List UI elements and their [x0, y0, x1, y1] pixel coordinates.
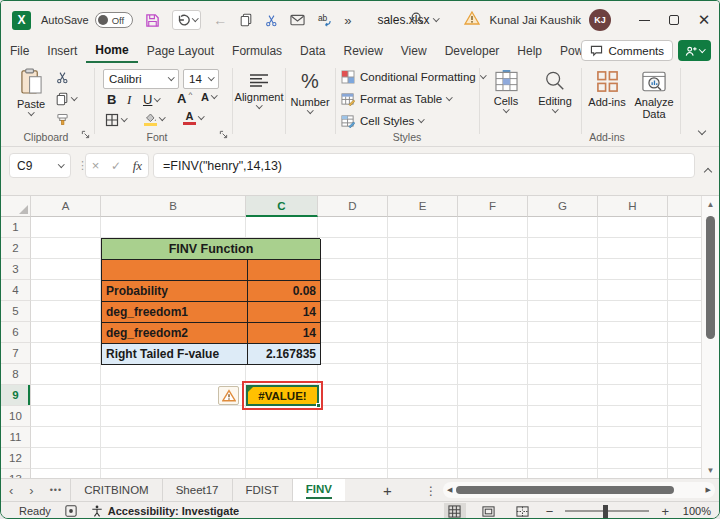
comments-button[interactable]: Comments [581, 40, 673, 61]
table-value-cell[interactable]: 14 [248, 323, 321, 344]
zoom-in-button[interactable]: + [661, 504, 669, 519]
all-sheets-button[interactable]: ••• [42, 479, 70, 501]
accessibility-button[interactable]: Accessibility: Investigate [91, 505, 239, 517]
error-options-button[interactable] [218, 386, 239, 405]
insert-function-button[interactable]: fx [133, 158, 142, 174]
sheet-tab-sheet17[interactable]: Sheet17 [162, 479, 232, 501]
tab-formulas[interactable]: Formulas [223, 39, 291, 63]
sheet-tab-finv[interactable]: FINV [292, 479, 345, 501]
name-box[interactable]: C9 [9, 153, 71, 178]
enter-button[interactable]: ✓ [111, 159, 121, 173]
previous-sheet-button[interactable]: ‹ [1, 479, 21, 501]
conditional-formatting-button[interactable]: Conditional Formatting [341, 70, 485, 84]
tab-data[interactable]: Data [291, 39, 334, 63]
minimize-button[interactable] [629, 5, 659, 35]
macro-record-button[interactable] [65, 505, 77, 517]
qat-overflow-button[interactable]: » [344, 13, 351, 28]
select-all-corner[interactable] [1, 196, 31, 217]
expand-formula-bar-button[interactable] [705, 161, 711, 179]
table-value-cell[interactable]: 14 [248, 302, 321, 323]
page-layout-view-button[interactable] [478, 503, 500, 519]
normal-view-button[interactable] [444, 503, 466, 519]
maximize-button[interactable] [659, 5, 689, 35]
search-button[interactable] [410, 11, 424, 29]
error-cell-c9[interactable]: #VALUE! [246, 385, 319, 406]
tab-file[interactable]: File [1, 39, 38, 63]
table-cell[interactable] [102, 260, 248, 281]
underline-button[interactable]: U [143, 92, 160, 107]
row-header-7[interactable]: 7 [1, 343, 31, 364]
column-header-h[interactable]: H [598, 196, 668, 217]
number-button[interactable]: % Number [288, 70, 332, 113]
zoom-slider-knob[interactable] [603, 505, 608, 518]
table-label-cell[interactable]: Right Tailed F-value [102, 344, 248, 365]
page-break-preview-button[interactable] [512, 503, 534, 519]
table-value-cell[interactable]: 2.167835 [248, 344, 321, 365]
row-header-4[interactable]: 4 [1, 280, 31, 301]
column-header-g[interactable]: G [528, 196, 598, 217]
font-name-combo[interactable]: Calibri [103, 69, 179, 89]
table-value-cell[interactable]: 0.08 [248, 281, 321, 302]
table-label-cell[interactable]: Probability [102, 281, 248, 302]
row-header-1[interactable]: 1 [1, 217, 31, 238]
row-header-13[interactable]: 13 [1, 469, 31, 478]
table-label-cell[interactable]: deg_freedom2 [102, 323, 248, 344]
email-button[interactable] [290, 14, 305, 26]
row-header-6[interactable]: 6 [1, 322, 31, 343]
replace-button[interactable]: ab [317, 13, 332, 27]
cell-styles-button[interactable]: Cell Styles [341, 114, 424, 128]
tab-developer[interactable]: Developer [436, 39, 509, 63]
column-header-e[interactable]: E [388, 196, 458, 217]
scroll-down-icon[interactable]: ▼ [707, 462, 715, 478]
zoom-slider[interactable] [565, 510, 649, 512]
scroll-left-icon[interactable]: ◀ [443, 486, 456, 494]
collapse-ribbon-button[interactable] [699, 120, 705, 138]
borders-button[interactable] [105, 113, 127, 127]
column-header-c[interactable]: C [246, 196, 318, 217]
cancel-button[interactable]: × [92, 158, 100, 173]
redo-button[interactable]: ← [213, 12, 227, 28]
sheet-tab-critbinom[interactable]: CRITBINOM [70, 479, 162, 501]
font-dialog-launcher[interactable] [219, 125, 228, 143]
column-header-f[interactable]: F [458, 196, 528, 217]
horizontal-scrollbar[interactable]: ◀ ▶ [443, 482, 715, 498]
undo-button[interactable] [172, 10, 202, 30]
close-button[interactable]: ✕ [689, 5, 719, 35]
column-header-d[interactable]: D [318, 196, 388, 217]
add-ins-button[interactable]: Add-ins [585, 70, 629, 108]
scroll-up-icon[interactable]: ▲ [707, 196, 715, 212]
row-header-9[interactable]: 9 [1, 385, 31, 406]
vertical-scrollbar-thumb[interactable] [706, 216, 715, 339]
column-header-partial[interactable] [668, 196, 703, 217]
tab-insert[interactable]: Insert [38, 39, 86, 63]
editing-button[interactable]: Editing [533, 70, 577, 112]
alignment-button[interactable]: Alignment [235, 73, 283, 108]
share-button[interactable] [678, 40, 711, 61]
decrease-font-button[interactable]: A [201, 91, 216, 103]
format-as-table-button[interactable]: Format as Table [341, 92, 452, 106]
tab-home[interactable]: Home [86, 39, 137, 63]
sheet-options-handle[interactable]: ⋮ [425, 479, 437, 502]
paste-button[interactable]: Paste [11, 68, 51, 115]
horizontal-scrollbar-thumb[interactable] [456, 486, 674, 494]
table-label-cell[interactable]: deg_freedom1 [102, 302, 248, 323]
alert-button[interactable] [464, 11, 480, 29]
fill-handle[interactable] [316, 403, 321, 408]
tab-help[interactable]: Help [508, 39, 551, 63]
tab-page-layout[interactable]: Page Layout [138, 39, 223, 63]
copy-button[interactable] [239, 13, 253, 27]
autosave-toggle[interactable]: Off [95, 12, 133, 28]
tab-review[interactable]: Review [334, 39, 391, 63]
row-header-8[interactable]: 8 [1, 364, 31, 385]
save-button[interactable] [145, 13, 160, 28]
cut-button[interactable] [265, 14, 278, 27]
column-header-b[interactable]: B [101, 196, 246, 217]
column-header-a[interactable]: A [31, 196, 101, 217]
zoom-out-button[interactable]: − [546, 504, 554, 519]
cells-button[interactable]: Cells [485, 70, 527, 112]
new-sheet-button[interactable]: + [373, 479, 402, 501]
tab-view[interactable]: View [392, 39, 436, 63]
avatar[interactable]: KJ [589, 9, 611, 31]
zoom-level[interactable]: 100% [681, 505, 711, 517]
increase-font-button[interactable]: A^ [177, 91, 192, 106]
